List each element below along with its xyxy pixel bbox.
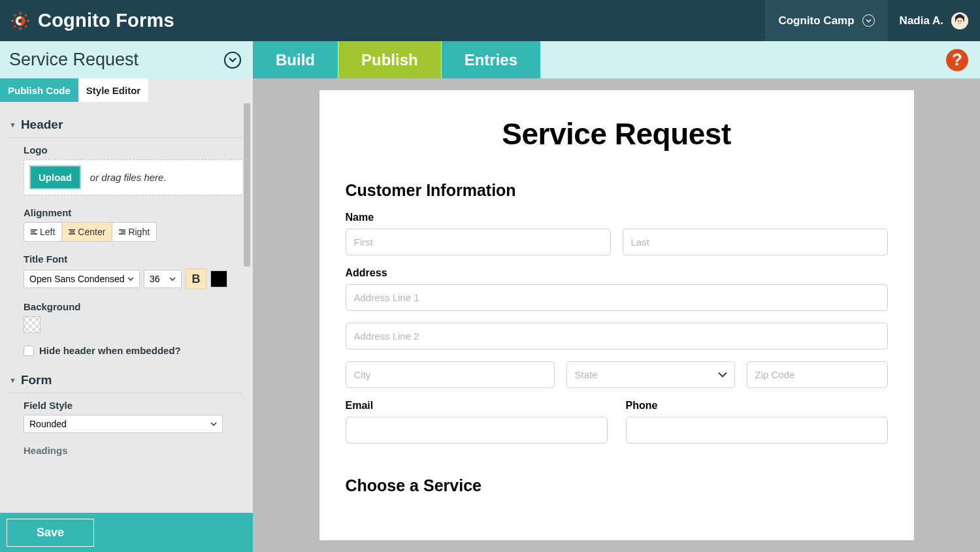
hide-header-checkbox-row[interactable]: Hide header when embedded?	[24, 345, 244, 356]
input-city[interactable]	[346, 361, 555, 388]
topbar: Cognito Forms Cognito Camp Nadia A.	[0, 0, 980, 41]
form-preview: Service Request Customer Information Nam…	[319, 90, 914, 540]
preview-row-csz	[346, 361, 888, 388]
preview-row-contact: Email Phone	[346, 400, 888, 444]
input-last-name[interactable]	[623, 229, 888, 255]
section-header-title: Header	[21, 118, 63, 132]
font-size-select[interactable]: 36	[144, 270, 182, 288]
input-address-1[interactable]	[346, 284, 888, 311]
section-form-title: Form	[21, 373, 52, 387]
field-headings: Headings	[24, 445, 244, 456]
save-bar: Save	[0, 513, 253, 552]
navbar: Service Request Build Publish Entries ?	[0, 41, 980, 78]
preview-label-address: Address	[346, 267, 888, 279]
align-left-icon	[31, 229, 37, 235]
field-logo: Logo Upload or drag files here.	[24, 144, 244, 195]
align-right-button[interactable]: Right	[112, 223, 156, 241]
help-button[interactable]: ?	[946, 49, 968, 71]
field-hide-header: Hide header when embedded?	[24, 345, 244, 356]
cog-logo-icon	[9, 10, 31, 32]
form-title-dropdown[interactable]: Service Request	[0, 41, 253, 78]
alignment-group: Left Center Right	[24, 222, 157, 242]
brand-area: Cognito Forms	[0, 10, 174, 32]
main: Publish Code Style Editor ▼ Header Logo …	[0, 78, 980, 552]
hide-header-label: Hide header when embedded?	[39, 345, 181, 356]
select-state[interactable]	[566, 361, 735, 388]
input-email[interactable]	[346, 417, 608, 444]
sidebar-content: ▼ Header Logo Upload or drag files here.…	[0, 102, 253, 513]
preview-row-addr1	[346, 284, 888, 311]
preview-label-email: Email	[346, 400, 608, 412]
input-zip[interactable]	[747, 361, 888, 388]
nav-tabs: Build Publish Entries	[253, 41, 540, 78]
sidebar-tab-publish-code[interactable]: Publish Code	[0, 78, 78, 102]
align-center-icon	[69, 229, 75, 235]
chevron-down-icon	[127, 277, 134, 281]
upload-button[interactable]: Upload	[29, 165, 81, 189]
svg-point-3	[958, 20, 959, 22]
tab-entries[interactable]: Entries	[442, 41, 540, 78]
tab-build[interactable]: Build	[253, 41, 338, 78]
label-field-style: Field Style	[24, 400, 244, 411]
svg-point-2	[956, 18, 964, 25]
chevron-down-icon	[862, 14, 875, 27]
align-right-icon	[119, 229, 125, 235]
label-title-font: Title Font	[24, 253, 244, 265]
label-logo: Logo	[24, 144, 244, 155]
input-first-name[interactable]	[346, 229, 611, 255]
preview-section-customer: Customer Information	[346, 181, 888, 200]
user-menu[interactable]: Nadia A.	[888, 12, 980, 29]
preview-row-name	[346, 229, 888, 255]
preview-title: Service Request	[346, 116, 888, 152]
input-address-2[interactable]	[346, 323, 888, 349]
align-center-button[interactable]: Center	[62, 223, 112, 241]
field-field-style: Field Style Rounded	[24, 400, 244, 433]
save-button[interactable]: Save	[7, 519, 94, 547]
org-dropdown[interactable]: Cognito Camp	[765, 0, 887, 41]
title-color-swatch[interactable]	[210, 270, 227, 287]
font-family-select[interactable]: Open Sans Condensed	[24, 270, 140, 288]
font-controls: Open Sans Condensed 36 B	[24, 268, 244, 289]
canvas-wrap: Service Request Customer Information Nam…	[253, 78, 980, 552]
label-alignment: Alignment	[24, 207, 244, 218]
align-left-button[interactable]: Left	[24, 223, 62, 241]
chevron-down-icon	[169, 277, 176, 281]
upload-hint: or drag files here.	[90, 172, 167, 183]
field-style-select[interactable]: Rounded	[24, 415, 223, 433]
org-name: Cognito Camp	[778, 14, 854, 27]
user-name: Nadia A.	[900, 14, 943, 27]
avatar	[951, 12, 968, 29]
sidebar-tabs: Publish Code Style Editor	[0, 78, 253, 102]
sidebar-scrollbar[interactable]	[242, 102, 252, 513]
brand-name: Cognito Forms	[38, 10, 174, 31]
field-title-font: Title Font Open Sans Condensed 36 B	[24, 253, 244, 289]
bold-button[interactable]: B	[186, 268, 206, 289]
preview-row-addr2	[346, 323, 888, 349]
input-phone[interactable]	[626, 417, 888, 444]
preview-label-phone: Phone	[626, 400, 888, 412]
hide-header-checkbox[interactable]	[24, 346, 34, 356]
select-state-wrapper	[566, 361, 735, 388]
background-color-swatch[interactable]	[24, 316, 41, 333]
tab-publish[interactable]: Publish	[338, 41, 442, 78]
label-background: Background	[24, 301, 244, 312]
chevron-down-icon	[210, 422, 217, 426]
field-background: Background	[24, 301, 244, 333]
preview-label-name: Name	[346, 212, 888, 223]
triangle-down-icon: ▼	[9, 376, 16, 384]
section-form: ▼ Form Field Style Rounded Headings	[0, 368, 253, 456]
svg-point-4	[960, 20, 962, 22]
section-header-toggle[interactable]: ▼ Header	[9, 112, 244, 138]
label-headings: Headings	[24, 445, 244, 456]
scrollbar-thumb[interactable]	[244, 103, 250, 267]
section-form-toggle[interactable]: ▼ Form	[9, 368, 244, 393]
triangle-down-icon: ▼	[9, 121, 16, 129]
sidebar-tab-style-editor[interactable]: Style Editor	[78, 78, 148, 102]
chevron-down-icon	[224, 52, 241, 69]
sidebar: Publish Code Style Editor ▼ Header Logo …	[0, 78, 253, 552]
section-header: ▼ Header Logo Upload or drag files here.…	[0, 112, 253, 356]
form-title: Service Request	[9, 50, 139, 70]
upload-dropzone[interactable]: Upload or drag files here.	[24, 159, 244, 195]
preview-section-service: Choose a Service	[346, 476, 888, 495]
field-alignment: Alignment Left Center Right	[24, 207, 244, 242]
